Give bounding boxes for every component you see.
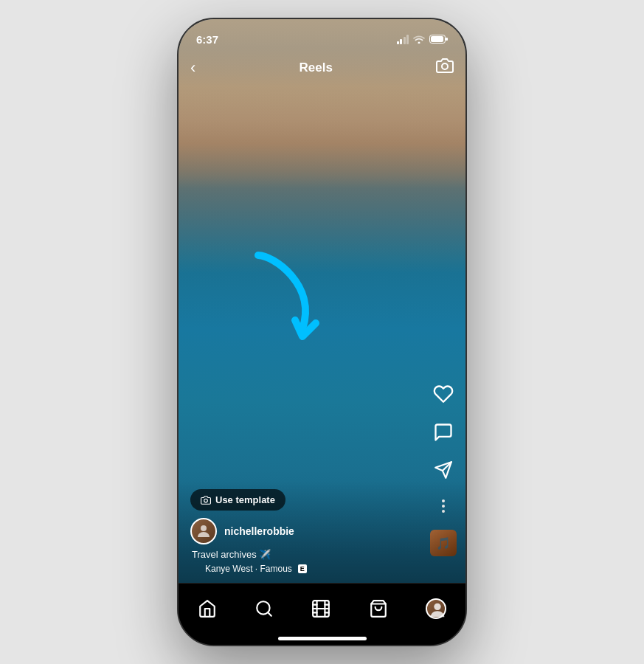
bottom-content: Use template nichellerobbie Travel archi… [179, 480, 465, 583]
signal-icon [397, 35, 409, 44]
bottom-tab-bar [179, 583, 465, 645]
avatar[interactable] [190, 518, 217, 544]
battery-icon [429, 35, 448, 44]
music-info: Kanye West · Famous [205, 564, 292, 574]
status-time: 6:37 [196, 33, 218, 46]
wifi-icon [413, 35, 425, 44]
svg-rect-2 [446, 38, 448, 41]
status-icons [397, 35, 449, 44]
svg-line-12 [268, 612, 271, 616]
home-icon [198, 599, 217, 618]
shop-icon [369, 599, 388, 618]
back-button[interactable]: ‹ [190, 58, 195, 77]
tab-profile[interactable] [417, 592, 455, 625]
camera-button[interactable] [436, 57, 454, 79]
profile-avatar [426, 598, 446, 619]
comment-button[interactable] [433, 422, 454, 446]
nav-title: Reels [299, 60, 332, 75]
svg-point-10 [201, 525, 207, 531]
like-button[interactable] [433, 384, 454, 407]
tab-shop[interactable] [360, 593, 397, 624]
music-row[interactable]: Kanye West · Famous E [192, 564, 454, 574]
music-arrow-icon [192, 564, 201, 573]
arrow-annotation [229, 241, 347, 362]
search-icon [255, 599, 274, 618]
explicit-badge: E [298, 564, 307, 573]
top-nav: ‹ Reels [179, 52, 465, 84]
tab-search[interactable] [246, 593, 283, 624]
share-button[interactable] [434, 460, 453, 483]
caption: Travel archives ✈️ [192, 549, 454, 560]
home-indicator [278, 637, 367, 640]
use-template-button[interactable]: Use template [190, 489, 285, 511]
share-icon [434, 460, 453, 483]
heart-icon [433, 384, 454, 407]
svg-point-22 [434, 603, 441, 609]
svg-point-3 [442, 63, 448, 69]
tab-home[interactable] [189, 593, 226, 624]
svg-point-9 [204, 499, 208, 502]
tab-reels[interactable] [302, 593, 339, 624]
username[interactable]: nichellerobbie [224, 525, 294, 537]
phone-frame: 6:37 ‹ Reels [177, 18, 467, 646]
reels-icon [311, 599, 330, 618]
comment-icon [433, 422, 454, 446]
status-bar: 6:37 [179, 19, 465, 52]
svg-rect-1 [431, 36, 443, 42]
user-row: nichellerobbie [190, 518, 454, 544]
